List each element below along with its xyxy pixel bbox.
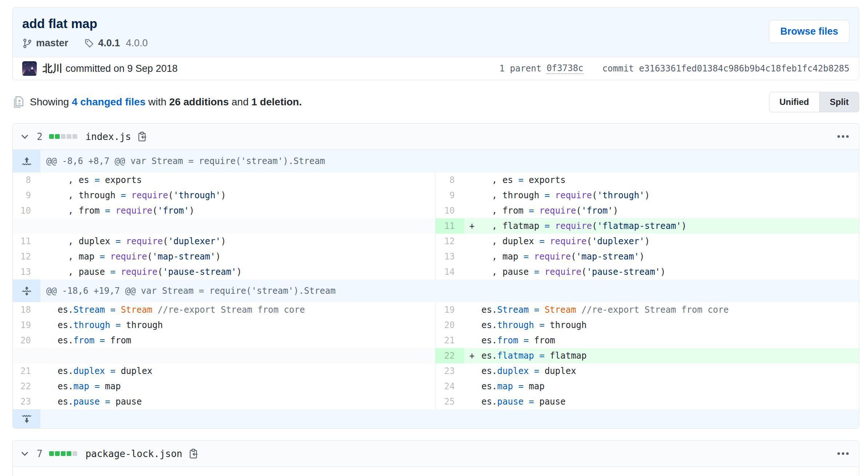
stat-block-added xyxy=(49,451,54,456)
line-number[interactable]: 10 xyxy=(13,203,40,218)
stat-block-neutral xyxy=(61,134,66,139)
code-line: , pause = require('pause-stream') xyxy=(40,264,435,280)
branch-name[interactable]: master xyxy=(36,38,68,49)
author-name[interactable]: 北川 xyxy=(43,62,62,75)
line-number[interactable]: 9 xyxy=(13,188,40,203)
line-number[interactable]: 19 xyxy=(435,302,464,317)
code-line: es.duplex = duplex xyxy=(464,363,859,379)
file-diff-icon xyxy=(12,96,30,108)
line-number[interactable]: 11 xyxy=(435,218,464,234)
stat-block-neutral xyxy=(67,134,71,139)
line-number[interactable]: 14 xyxy=(435,264,464,280)
browse-files-button[interactable]: Browse files xyxy=(769,20,849,43)
hunk-header: @@ -8,6 +8,7 @@ var Stream = require('st… xyxy=(40,150,859,172)
added-code-line: +es.flatmap = flatmap xyxy=(464,348,859,363)
added-code-line: + , flatmap = require('flatmap-stream') xyxy=(464,218,859,234)
line-number[interactable]: 13 xyxy=(13,264,40,280)
code-line: , through = require('through') xyxy=(464,188,859,203)
avatar[interactable] xyxy=(22,61,37,76)
commit-meta-row: 北川 committed on 9 Sep 2018 1 parent 0f37… xyxy=(13,57,859,80)
chevron-down-icon[interactable] xyxy=(20,132,29,141)
line-number[interactable]: 19 xyxy=(13,317,40,333)
commit-sha: e3163361fed01384c986b9b4c18feb1fc42b8285 xyxy=(639,63,849,74)
stat-block-added xyxy=(55,134,60,139)
commit-label: commit xyxy=(602,63,634,74)
parent-sha-link[interactable]: 0f3738c xyxy=(547,63,583,74)
code-line: , through = require('through') xyxy=(40,188,435,203)
code-line: es.from = from xyxy=(40,333,435,348)
code-line: , es = exports xyxy=(40,172,435,188)
stat-block-added xyxy=(55,451,60,456)
changed-files-link[interactable]: 4 changed files xyxy=(72,96,145,108)
line-number[interactable]: 8 xyxy=(13,172,40,188)
changed-lines-count: 2 xyxy=(37,131,43,142)
line-number[interactable]: 21 xyxy=(435,333,464,348)
empty-code-cell xyxy=(40,348,435,363)
hunk-header: @@ -18,6 +19,7 @@ var Stream = require('… xyxy=(40,280,859,302)
line-number[interactable]: 21 xyxy=(13,363,40,379)
line-number[interactable]: 9 xyxy=(435,188,464,203)
code-line: es.pause = pause xyxy=(464,394,859,409)
deletions-count: 1 deletion. xyxy=(252,96,302,108)
commit-refs: master 4.0.1 4.0.0 xyxy=(22,38,148,49)
line-number[interactable]: 25 xyxy=(435,394,464,409)
split-diff-table xyxy=(13,467,859,476)
hunk-header xyxy=(40,409,859,428)
line-number[interactable]: 18 xyxy=(13,302,40,317)
code-line: es.through = through xyxy=(464,317,859,333)
unfold-up-icon[interactable] xyxy=(13,150,40,172)
parent-label: 1 parent xyxy=(500,63,542,74)
line-number[interactable]: 8 xyxy=(435,172,464,188)
commit-title: add flat map xyxy=(22,16,148,31)
code-line: , es = exports xyxy=(464,172,859,188)
line-number[interactable]: 12 xyxy=(13,249,40,264)
code-line: , map = require('map-stream') xyxy=(40,249,435,264)
file-header: 2 index.js xyxy=(13,124,859,150)
tag-current[interactable]: 4.0.1 xyxy=(98,38,120,49)
split-view-button[interactable]: Split xyxy=(820,92,859,112)
commit-card: add flat map master xyxy=(12,7,859,80)
code-line: es.pause = pause xyxy=(40,394,435,409)
diff-view-toggle: Unified Split xyxy=(769,92,859,112)
line-number[interactable]: 20 xyxy=(435,317,464,333)
code-line: , duplex = require('duplexer') xyxy=(464,234,859,249)
code-line: es.through = through xyxy=(40,317,435,333)
file-name: index.js xyxy=(86,131,131,142)
chevron-down-icon[interactable] xyxy=(20,449,29,459)
empty-line-number xyxy=(13,218,40,234)
unified-view-button[interactable]: Unified xyxy=(769,92,820,112)
code-line: es.from = from xyxy=(464,333,859,348)
copy-path-icon[interactable] xyxy=(137,132,147,142)
line-number[interactable]: 24 xyxy=(435,379,464,394)
file-options-kebab-icon[interactable] xyxy=(835,133,849,140)
file-header: 7 package-lock.json xyxy=(13,441,859,467)
line-number[interactable]: 23 xyxy=(13,394,40,409)
showing-text: Showing xyxy=(30,96,69,108)
tag-previous[interactable]: 4.0.0 xyxy=(126,38,148,49)
empty-line-number xyxy=(13,348,40,363)
git-branch-icon xyxy=(22,38,32,48)
diff-stat-blocks xyxy=(49,134,78,139)
stat-block-added xyxy=(61,451,66,456)
line-number[interactable]: 20 xyxy=(13,333,40,348)
copy-path-icon[interactable] xyxy=(188,449,198,459)
code-line: es.Stream = Stream //re-export Stream fr… xyxy=(464,302,859,317)
line-number[interactable]: 22 xyxy=(435,348,464,363)
committed-text: committed on 9 Sep 2018 xyxy=(66,63,178,74)
diff-stat-blocks xyxy=(49,451,78,456)
line-number[interactable]: 10 xyxy=(435,203,464,218)
line-number[interactable]: 12 xyxy=(435,234,464,249)
code-line: , map = require('map-stream') xyxy=(464,249,859,264)
line-number[interactable]: 11 xyxy=(13,234,40,249)
line-number[interactable]: 22 xyxy=(13,379,40,394)
code-line: es.Stream = Stream //re-export Stream fr… xyxy=(40,302,435,317)
unfold-icon[interactable] xyxy=(13,280,40,302)
file-card-package-lock-json: 7 package-lock.json xyxy=(12,440,859,476)
changed-lines-count: 7 xyxy=(37,448,43,459)
stat-block-neutral xyxy=(72,451,77,456)
unfold-down-icon[interactable] xyxy=(13,409,40,428)
stat-block-added xyxy=(67,451,71,456)
line-number[interactable]: 23 xyxy=(435,363,464,379)
line-number[interactable]: 13 xyxy=(435,249,464,264)
file-options-kebab-icon[interactable] xyxy=(835,450,849,457)
